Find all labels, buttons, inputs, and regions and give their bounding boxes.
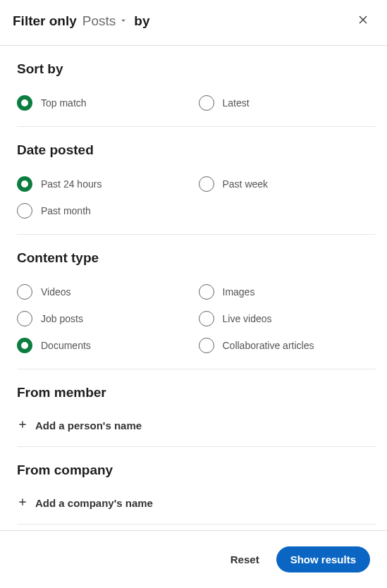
section-from-member: From member Add a person's name <box>17 369 386 447</box>
filter-suffix: by <box>134 13 149 29</box>
option-label: Past month <box>41 205 91 216</box>
option-images[interactable]: Images <box>199 278 381 305</box>
option-top-match[interactable]: Top match <box>17 90 199 116</box>
scope-dropdown[interactable]: Posts <box>82 13 129 29</box>
radio-icon <box>199 95 214 111</box>
section-content-type: Content type Videos Images Job posts Liv… <box>17 235 386 369</box>
option-past-24-hours[interactable]: Past 24 hours <box>17 171 199 197</box>
option-label: Job posts <box>41 313 83 324</box>
date-posted-options: Past 24 hours Past week Past month <box>17 171 380 224</box>
radio-icon <box>199 311 214 326</box>
add-person-button[interactable]: Add a person's name <box>17 413 380 436</box>
show-results-button[interactable]: Show results <box>276 546 370 572</box>
option-label: Videos <box>41 286 71 298</box>
radio-icon <box>199 338 214 353</box>
section-date-posted: Date posted Past 24 hours Past week Past… <box>17 127 386 235</box>
sort-by-options: Top match Latest <box>17 90 380 116</box>
option-documents[interactable]: Documents <box>17 332 199 359</box>
section-title: Sort by <box>17 61 380 77</box>
radio-icon <box>199 284 214 300</box>
filter-title-group: Filter only Posts by <box>13 13 150 29</box>
radio-icon <box>17 311 32 326</box>
option-label: Collaborative articles <box>223 340 314 351</box>
option-live-videos[interactable]: Live videos <box>199 305 381 332</box>
option-label: Past week <box>223 178 269 190</box>
plus-icon <box>17 496 28 510</box>
option-label: Documents <box>41 340 91 351</box>
content-type-options: Videos Images Job posts Live videos Docu… <box>17 278 380 359</box>
radio-icon <box>17 95 32 111</box>
radio-icon <box>199 176 214 192</box>
option-label: Past 24 hours <box>41 178 102 190</box>
close-button[interactable] <box>355 13 371 30</box>
radio-icon <box>17 203 32 219</box>
section-from-company: From company Add a company's name <box>17 447 386 525</box>
option-past-month[interactable]: Past month <box>17 197 199 224</box>
section-divider <box>17 524 376 525</box>
reset-button[interactable]: Reset <box>231 553 259 565</box>
radio-icon <box>17 338 32 353</box>
chevron-down-icon <box>118 13 128 29</box>
radio-icon <box>17 284 32 300</box>
section-sort-by: Sort by Top match Latest <box>17 46 386 127</box>
section-title: Date posted <box>17 142 380 158</box>
add-company-label: Add a company's name <box>35 497 153 509</box>
plus-icon <box>17 419 28 432</box>
section-title: Content type <box>17 250 380 266</box>
scope-dropdown-label: Posts <box>82 13 116 29</box>
section-title: From member <box>17 385 380 400</box>
filter-prefix: Filter only <box>13 13 77 29</box>
option-job-posts[interactable]: Job posts <box>17 305 199 332</box>
section-title: From company <box>17 463 380 478</box>
option-label: Images <box>223 286 255 298</box>
option-label: Latest <box>223 97 250 109</box>
filter-header: Filter only Posts by <box>0 0 387 42</box>
option-videos[interactable]: Videos <box>17 278 199 305</box>
option-label: Live videos <box>223 313 272 324</box>
radio-icon <box>17 176 32 192</box>
option-collaborative-articles[interactable]: Collaborative articles <box>199 332 381 359</box>
close-icon <box>356 13 370 30</box>
footer: Reset Show results <box>0 530 387 588</box>
add-person-label: Add a person's name <box>35 419 142 431</box>
option-label: Top match <box>41 97 87 109</box>
option-past-week[interactable]: Past week <box>199 171 381 197</box>
filter-scroll-area[interactable]: Sort by Top match Latest Date posted Pas… <box>0 46 387 530</box>
option-latest[interactable]: Latest <box>199 90 381 116</box>
add-company-button[interactable]: Add a company's name <box>17 491 380 514</box>
